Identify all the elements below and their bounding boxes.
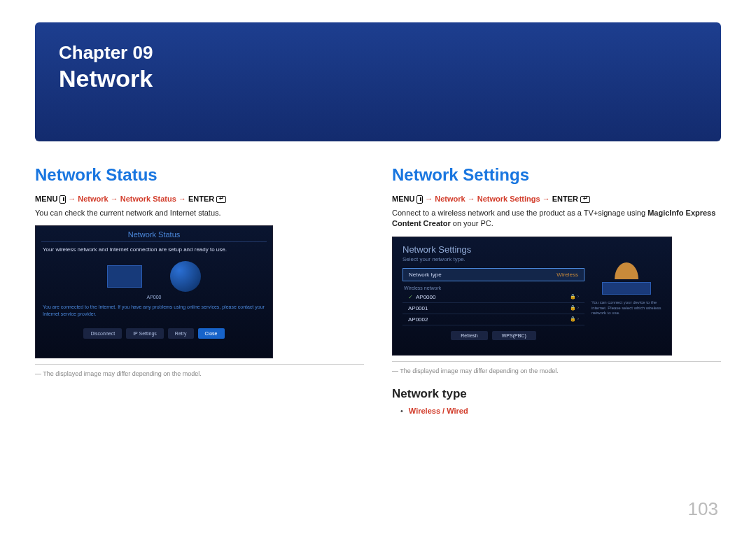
menu-enter-label: ENTER	[552, 195, 580, 203]
status-description: You can check the current network and In…	[35, 208, 364, 218]
page-number: 103	[688, 498, 718, 520]
ss-title: Network Status	[41, 230, 267, 242]
footnote-left: ― The displayed image may differ dependi…	[35, 370, 364, 377]
enter-icon	[580, 196, 590, 203]
device-icon	[602, 282, 651, 295]
ss-left-pane: Network Settings Select your network typ…	[402, 244, 584, 348]
ss-ap-row-0[interactable]: ✓AP0000 🔒 ›	[402, 292, 584, 303]
ss-line2: You are connected to the Internet. If yo…	[43, 304, 265, 316]
ss-btn-ip-settings[interactable]: IP Settings	[126, 328, 164, 339]
desc-a: Connect to a wireless network and use th…	[392, 209, 648, 217]
ss-btn-retry[interactable]: Retry	[168, 328, 194, 339]
lock-icon: 🔒 ›	[570, 316, 579, 322]
ss-ap-row-2[interactable]: AP0002 🔒 ›	[402, 314, 584, 325]
enter-icon	[216, 196, 226, 203]
content-columns: Network Status MENU III → Network → Netw…	[35, 165, 721, 415]
heading-network-status: Network Status	[35, 165, 364, 185]
ss-btn-wps[interactable]: WPS(PBC)	[492, 331, 536, 340]
ss-ap-row-1[interactable]: AP0001 🔒 ›	[402, 303, 584, 314]
footnote-right: ― The displayed image may differ dependi…	[392, 367, 721, 374]
chapter-title: Network	[59, 65, 697, 92]
ss-line1: Your wireless network and Internet conne…	[43, 246, 265, 253]
menu-prefix: MENU	[392, 195, 416, 203]
ss-row-value: Wireless	[556, 272, 578, 278]
ss-diagram	[41, 261, 267, 292]
menu-prefix: MENU	[35, 195, 59, 203]
ss-right-pane: You can connect your device to the inter…	[592, 244, 662, 348]
menu-path-status: MENU III → Network → Network Status → EN…	[35, 195, 364, 204]
ss-ap-label: AP000	[41, 295, 267, 300]
settings-description: Connect to a wireless network and use th…	[392, 208, 721, 230]
page-root: Chapter 09 Network Network Status MENU I…	[0, 0, 756, 534]
bullet-wireless-wired: Wireless / Wired	[400, 407, 721, 415]
divider	[392, 361, 721, 362]
globe-icon	[170, 261, 201, 292]
ss-actions: Refresh WPS(PBC)	[402, 331, 584, 340]
ss-buttons: Disconnect IP Settings Retry Close	[41, 328, 267, 339]
desc-c: on your PC.	[451, 219, 493, 227]
menu-path-red: → Network → Network Settings →	[425, 195, 552, 203]
ss-btn-disconnect[interactable]: Disconnect	[83, 328, 122, 339]
ss-heading: Network Settings	[402, 244, 584, 255]
ss-sub: Select your network type.	[402, 256, 584, 262]
menu-icon: III	[59, 195, 66, 204]
lock-icon: 🔒 ›	[570, 294, 579, 300]
chapter-label: Chapter 09	[59, 42, 697, 64]
ap2-name: AP0002	[408, 316, 428, 323]
screenshot-network-settings: Network Settings Select your network typ…	[392, 237, 672, 356]
tv-icon	[107, 265, 142, 288]
ss-btn-refresh[interactable]: Refresh	[451, 331, 488, 340]
menu-enter-label: ENTER	[188, 195, 216, 203]
menu-path-red: → Network → Network Status →	[68, 195, 188, 203]
divider	[35, 364, 364, 365]
menu-path-settings: MENU III → Network → Network Settings → …	[392, 195, 721, 204]
ss-btn-close[interactable]: Close	[198, 328, 225, 339]
ap0-name: AP0000	[416, 294, 435, 300]
chapter-banner: Chapter 09 Network	[35, 22, 721, 141]
screenshot-network-status: Network Status Your wireless network and…	[35, 225, 273, 358]
menu-icon: III	[416, 195, 423, 204]
ss-tip: You can connect your device to the inter…	[592, 300, 662, 316]
check-icon: ✓	[408, 294, 413, 300]
ap1-name: AP0001	[408, 305, 428, 311]
ss-list-label: Wireless network	[404, 286, 584, 290]
heading-network-settings: Network Settings	[392, 165, 721, 185]
ss-row-network-type[interactable]: Network type Wireless	[402, 268, 584, 281]
column-network-status: Network Status MENU III → Network → Netw…	[35, 165, 364, 415]
column-network-settings: Network Settings MENU III → Network → Ne…	[392, 165, 721, 415]
lock-icon: 🔒 ›	[570, 305, 579, 311]
subheading-network-type: Network type	[392, 387, 721, 401]
ss-row-label: Network type	[409, 272, 442, 278]
wifi-icon	[615, 262, 638, 279]
